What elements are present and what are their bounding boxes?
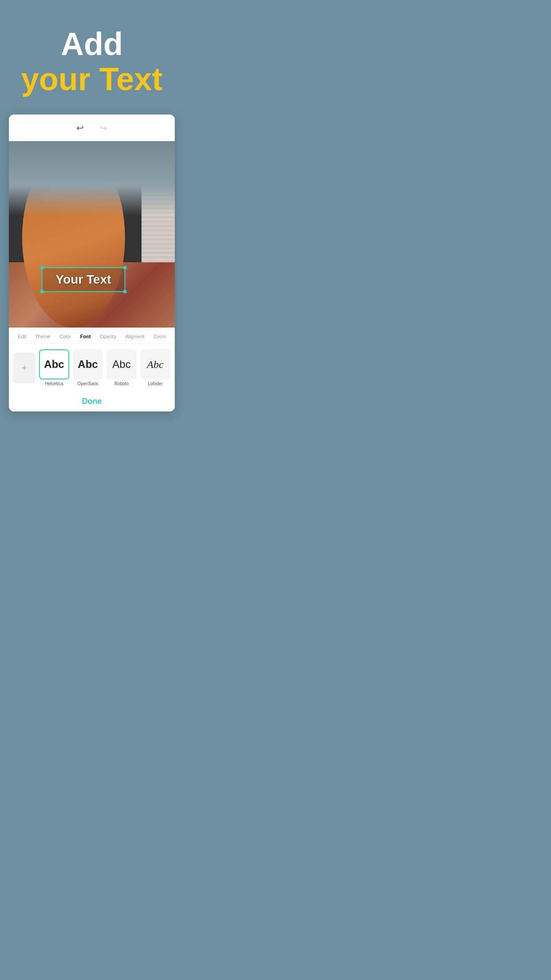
font-preview-text: Abc xyxy=(112,358,130,371)
editor-toolbar-top: ↩ ↪ xyxy=(9,115,175,141)
undo-icon: ↩ xyxy=(76,123,84,133)
font-item-roboto[interactable]: Abc Roboto xyxy=(106,349,137,386)
font-preview-helvetica: Abc xyxy=(39,349,69,379)
tab-opacity[interactable]: Opacity xyxy=(99,332,117,341)
text-overlay-box[interactable]: Your Text xyxy=(42,267,126,292)
tab-alignment[interactable]: Aligment xyxy=(125,332,146,341)
redo-button[interactable]: ↪ xyxy=(96,121,111,135)
done-button-area: Done xyxy=(9,391,175,411)
redo-icon: ↪ xyxy=(100,123,107,133)
font-name-lobster: Lobster xyxy=(148,381,162,386)
font-preview-text: Abc xyxy=(78,358,98,371)
font-item-rockwell[interactable]: Abc Rockwell xyxy=(174,349,175,386)
undo-button[interactable]: ↩ xyxy=(73,121,87,135)
tab-zoom[interactable]: Zoom xyxy=(153,332,167,341)
canvas-area[interactable]: Your Text xyxy=(9,141,175,328)
font-name-opensans: OpenSans xyxy=(77,381,98,386)
editor-card: ↩ ↪ Your Text Edit Theme Color Font Opac… xyxy=(9,115,175,411)
font-item-helvetica[interactable]: Abc Helvetica xyxy=(39,349,69,386)
font-preview-lobster: Abc xyxy=(140,349,170,379)
font-name-roboto: Roboto xyxy=(114,381,129,386)
done-button[interactable]: Done xyxy=(82,397,102,406)
font-item-lobster[interactable]: Abc Lobster xyxy=(140,349,170,386)
bottom-spacer xyxy=(0,411,184,420)
handle-bottom-left xyxy=(40,290,44,293)
tab-font[interactable]: Font xyxy=(79,332,92,341)
font-tabs-bar: Edit Theme Color Font Opacity Aligment Z… xyxy=(9,328,175,344)
header-section: Add your Text xyxy=(0,0,184,115)
font-preview-roboto: Abc xyxy=(106,349,137,379)
font-preview-rockwell: Abc xyxy=(174,349,175,379)
tab-theme[interactable]: Theme xyxy=(34,332,51,341)
font-preview-opensans: Abc xyxy=(73,349,103,379)
overlay-text[interactable]: Your Text xyxy=(56,273,111,286)
tab-edit[interactable]: Edit xyxy=(17,332,27,341)
tab-color[interactable]: Color xyxy=(59,332,72,341)
font-add-button[interactable]: + xyxy=(13,352,35,383)
plus-icon: + xyxy=(22,362,28,374)
font-carousel: + Abc Helvetica Abc OpenSans Abc Roboto xyxy=(9,344,175,391)
font-item-opensans[interactable]: Abc OpenSans xyxy=(73,349,103,386)
header-title-yellow: your Text xyxy=(9,62,175,97)
header-title-white: Add xyxy=(9,27,175,62)
font-name-helvetica: Helvetica xyxy=(45,381,63,386)
font-preview-text: Abc xyxy=(44,358,64,371)
font-preview-text: Abc xyxy=(147,359,163,371)
handle-bottom-right xyxy=(123,290,127,293)
sky-bg xyxy=(9,141,175,216)
